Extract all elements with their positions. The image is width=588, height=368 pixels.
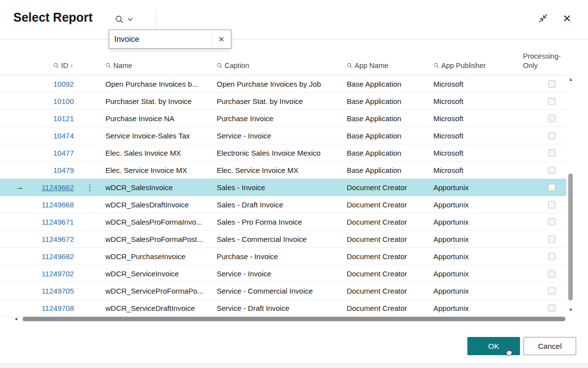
report-app-name: Document Creator: [347, 287, 433, 295]
table-row[interactable]: 11249672 wDCR_SalesProFormaPost... Sales…: [0, 231, 566, 248]
column-label: Name: [113, 62, 132, 69]
report-name: Service Invoice-Sales Tax: [105, 132, 217, 140]
search-input[interactable]: [109, 30, 211, 48]
report-app-name: Base Application: [347, 80, 433, 88]
processing-only-checkbox[interactable]: [548, 287, 555, 295]
report-app-name: Base Application: [347, 149, 433, 157]
processing-only-checkbox[interactable]: [548, 235, 555, 243]
table-header: ID ↑ Name Caption App Name App Publisher…: [0, 48, 566, 75]
cancel-button[interactable]: Cancel: [523, 337, 576, 355]
row-menu-icon[interactable]: ⋮: [86, 183, 95, 192]
report-app-publisher: Apportunix: [433, 201, 523, 209]
column-header-caption[interactable]: Caption: [217, 62, 347, 75]
divider: [156, 9, 157, 27]
processing-only-checkbox[interactable]: [548, 132, 555, 139]
selected-row-arrow-icon: →: [15, 182, 24, 192]
processing-only-cell: [523, 115, 566, 122]
column-header-id[interactable]: ID ↑: [28, 62, 75, 75]
processing-only-cell: [523, 80, 566, 88]
column-header-processing-only[interactable]: Processing-Only: [523, 52, 566, 75]
report-app-name: Document Creator: [347, 269, 433, 278]
report-app-publisher: Apportunix: [433, 269, 523, 278]
table-row[interactable]: 10121 Purchase Invoice NA Purchase Invoi…: [0, 110, 566, 127]
table-row[interactable]: 11249668 wDCR_SalesDraftInvoice Sales - …: [0, 196, 566, 213]
scroll-left-icon[interactable]: ◄: [14, 316, 18, 321]
report-id-link[interactable]: 10121: [53, 114, 74, 123]
report-caption: Service - Invoice: [217, 269, 347, 278]
table-row[interactable]: 10479 Elec. Service Invoice MX Elec. Ser…: [0, 162, 566, 179]
report-id-link[interactable]: 11249668: [41, 201, 74, 209]
report-id-link[interactable]: 11249702: [41, 269, 74, 278]
search-icon: [53, 63, 59, 68]
column-header-name[interactable]: Name: [105, 62, 217, 75]
processing-only-checkbox[interactable]: [548, 304, 555, 312]
table-row[interactable]: 11249682 wDCR_PurchaseInvoice Purchase -…: [0, 248, 566, 265]
report-app-name: Document Creator: [347, 304, 433, 312]
report-id-link[interactable]: 11249705: [41, 287, 74, 295]
processing-only-cell: [523, 235, 566, 243]
table-row[interactable]: 10092 Open Purchase Invoices b... Open P…: [0, 75, 566, 93]
collapse-icon[interactable]: [538, 13, 549, 24]
report-caption: Service - Commercial Invoice: [217, 287, 347, 295]
report-name: wDCR_SalesInvoice: [105, 183, 217, 192]
report-app-name: Base Application: [347, 166, 433, 174]
clear-search-icon[interactable]: ✕: [211, 30, 231, 48]
chevron-down-icon: [128, 18, 133, 21]
report-id-link[interactable]: 10477: [53, 149, 74, 157]
report-app-publisher: Apportunix: [433, 235, 523, 243]
report-id-link[interactable]: 11249682: [41, 252, 74, 261]
table-row[interactable]: 10474 Service Invoice-Sales Tax Service …: [0, 127, 566, 144]
processing-only-checkbox[interactable]: [548, 218, 555, 226]
report-caption: Elec. Service Invoice MX: [217, 166, 347, 174]
vertical-scrollbar-thumb[interactable]: [568, 173, 573, 301]
report-id-link[interactable]: 10479: [53, 166, 74, 174]
report-caption: Purchase - Invoice: [217, 252, 347, 261]
ok-button[interactable]: OK: [467, 337, 520, 355]
processing-only-checkbox[interactable]: [548, 115, 555, 122]
report-id-link[interactable]: 11249671: [41, 218, 74, 226]
table-row[interactable]: 11249702 wDCR_ServiceInvoice Service - I…: [0, 265, 566, 282]
table-row[interactable]: 11249671 wDCR_SalesProFormaInvo... Sales…: [0, 213, 566, 231]
spacer: [75, 69, 105, 75]
report-app-publisher: Microsoft: [433, 149, 523, 157]
report-name: wDCR_SalesProFormaPost...: [105, 235, 217, 243]
table-row[interactable]: 10477 Elec. Sales Invoice MX Electronic …: [0, 144, 566, 162]
scroll-down-icon[interactable]: ▼: [567, 307, 574, 312]
close-icon[interactable]: ✕: [562, 13, 571, 24]
table-row-selected[interactable]: → 11249662 ⋮ wDCR_SalesInvoice Sales - I…: [0, 179, 566, 196]
report-app-publisher: Microsoft: [433, 80, 523, 88]
horizontal-scrollbar-thumb[interactable]: [23, 317, 565, 321]
processing-only-checkbox[interactable]: [548, 270, 555, 277]
report-id-link[interactable]: 11249708: [41, 304, 74, 312]
processing-only-cell: [523, 270, 566, 277]
report-id-link[interactable]: 11249672: [41, 235, 74, 243]
report-id-link[interactable]: 10092: [53, 80, 74, 88]
processing-only-checkbox[interactable]: [548, 253, 555, 260]
scroll-up-icon[interactable]: ▲: [567, 77, 574, 82]
column-header-app-publisher[interactable]: App Publisher: [433, 62, 523, 75]
report-id-link[interactable]: 10474: [53, 132, 74, 140]
processing-only-checkbox[interactable]: [548, 184, 555, 191]
processing-only-checkbox[interactable]: [548, 98, 555, 105]
processing-only-checkbox[interactable]: [548, 80, 555, 88]
processing-only-checkbox[interactable]: [548, 149, 555, 157]
search-toggle-button[interactable]: [115, 13, 133, 26]
report-id-link[interactable]: 11249662: [41, 183, 74, 192]
processing-only-cell: [523, 253, 566, 260]
table-row[interactable]: 11249705 wDCR_ServiceProFormaPo... Servi…: [0, 282, 566, 300]
report-app-publisher: Apportunix: [433, 218, 523, 226]
horizontal-scrollbar[interactable]: ◄: [14, 316, 567, 322]
table-row[interactable]: 10100 Purchaser Stat. by Invoice Purchas…: [0, 93, 566, 110]
vertical-scrollbar[interactable]: ▲ ▼: [567, 77, 574, 312]
table-row[interactable]: 11249708 wDCR_ServiceDraftInvoice Servic…: [0, 300, 566, 317]
report-name: wDCR_PurchaseInvoice: [105, 252, 217, 261]
column-header-app-name[interactable]: App Name: [347, 62, 433, 75]
processing-only-checkbox[interactable]: [548, 167, 555, 174]
report-caption: Service - Draft Invoice: [217, 304, 347, 312]
processing-only-checkbox[interactable]: [548, 201, 555, 208]
sort-ascending-icon: ↑: [70, 62, 74, 69]
report-name: Purchaser Stat. by Invoice: [105, 97, 217, 105]
search-icon: [217, 63, 223, 68]
report-name: wDCR_ServiceDraftInvoice: [105, 304, 217, 312]
report-id-link[interactable]: 10100: [53, 97, 74, 105]
